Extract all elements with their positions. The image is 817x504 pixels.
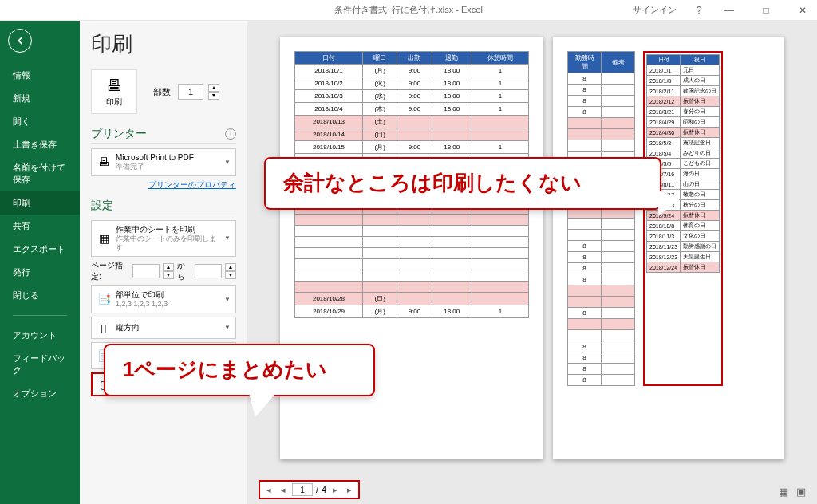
sidebar-footer-1[interactable]: フィードバック <box>0 347 80 382</box>
close-button[interactable]: ✕ <box>788 0 817 21</box>
page-last[interactable]: ▸ <box>344 485 355 495</box>
portrait-icon: ▯ <box>97 321 111 335</box>
zoom-to-page-icon[interactable]: ▣ <box>796 486 806 498</box>
print-button[interactable]: 🖶 印刷 <box>91 69 137 114</box>
printer-icon: 🖶 <box>106 77 122 95</box>
settings-heading: 設定 <box>91 199 236 215</box>
chevron-down-icon: ▼ <box>224 234 231 242</box>
arrow-left-icon <box>14 35 26 46</box>
print-settings-panel: 印刷 🖶 印刷 部数: ▲ ▼ プリンター i <box>80 21 247 504</box>
chevron-down-icon: ▼ <box>224 296 231 303</box>
sidebar-item-3[interactable]: 上書き保存 <box>0 133 80 156</box>
page-title: 印刷 <box>91 30 236 58</box>
page-current-input[interactable] <box>292 483 313 496</box>
signin-link[interactable]: サインイン <box>633 4 677 16</box>
page-first[interactable]: ◂ <box>263 485 274 495</box>
sidebar-footer-2[interactable]: オプション <box>0 382 80 405</box>
sidebar-item-9[interactable]: 閉じる <box>0 284 80 307</box>
page-next[interactable]: ▸ <box>330 485 341 495</box>
page-total: 4 <box>322 485 326 494</box>
holiday-highlight-box: 日付祝日2018/1/1元日2018/1/8成人の日2018/2/11建国記念の… <box>643 51 723 386</box>
print-preview: 日付曜日出勤退勤休憩時間2018/10/1(月)9:0018:0012018/1… <box>247 21 817 504</box>
sidebar-divider <box>13 315 67 316</box>
show-margins-icon[interactable]: ▦ <box>779 486 788 498</box>
backstage-sidebar: 情報新規開く上書き保存名前を付けて保存印刷共有エクスポート発行閉じる アカウント… <box>0 21 80 504</box>
page-range-label: ページ指定: <box>91 260 129 282</box>
printer-properties-link[interactable]: プリンターのプロパティ <box>91 179 236 191</box>
sidebar-item-6[interactable]: 共有 <box>0 215 80 238</box>
printer-heading: プリンター i <box>91 127 236 144</box>
orientation-dropdown[interactable]: ▯ 縦方向 ▼ <box>91 317 236 339</box>
printer-dropdown[interactable]: 🖶 Microsoft Print to PDF 準備完了 ▼ <box>91 148 236 176</box>
collate-dropdown[interactable]: 📑 部単位で印刷 1,2,3 1,2,3 1,2,3 ▼ <box>91 285 236 313</box>
back-button[interactable] <box>8 29 32 53</box>
copies-input[interactable] <box>178 84 203 100</box>
page-prev[interactable]: ◂ <box>278 485 289 495</box>
sidebar-item-8[interactable]: 発行 <box>0 261 80 284</box>
sheet-icon: ▦ <box>97 231 111 246</box>
print-what-dropdown[interactable]: ▦ 作業中のシートを印刷 作業中のシートのみを印刷します ▼ <box>91 220 236 257</box>
sidebar-item-7[interactable]: エクスポート <box>0 238 80 261</box>
help-icon[interactable]: ? <box>691 4 707 16</box>
page-to-input[interactable] <box>195 264 222 278</box>
copies-up[interactable]: ▲ <box>208 84 219 92</box>
sidebar-footer-0[interactable]: アカウント <box>0 324 80 347</box>
annotation-callout-2: 1ページにまとめたい <box>104 344 375 396</box>
chevron-down-icon: ▼ <box>224 324 231 331</box>
titlebar: 条件付き書式_行に色付け.xlsx - Excel サインイン ? — □ ✕ <box>0 0 817 21</box>
collate-icon: 📑 <box>97 292 111 306</box>
sidebar-item-2[interactable]: 開く <box>0 110 80 133</box>
minimize-button[interactable]: — <box>715 0 744 21</box>
copies-label: 部数: <box>153 86 173 98</box>
annotation-callout-1: 余計なところは印刷したくない <box>264 157 661 210</box>
maximize-button[interactable]: □ <box>752 0 780 21</box>
printer-ready-icon: 🖶 <box>97 155 111 169</box>
preview-page-2: 勤務時間備考8888888888888 日付祝日2018/1/1元日2018/1… <box>553 37 784 459</box>
window-title: 条件付き書式_行に色付け.xlsx - Excel <box>334 4 483 16</box>
copies-down[interactable]: ▼ <box>208 92 219 100</box>
page-from-input[interactable] <box>132 264 160 278</box>
sidebar-item-1[interactable]: 新規 <box>0 87 80 110</box>
sidebar-item-4[interactable]: 名前を付けて保存 <box>0 156 80 191</box>
info-icon[interactable]: i <box>225 128 236 140</box>
sidebar-item-0[interactable]: 情報 <box>0 64 80 87</box>
chevron-down-icon: ▼ <box>224 159 231 166</box>
page-navigator: ◂ ◂ / 4 ▸ ▸ <box>259 480 360 499</box>
sidebar-item-5[interactable]: 印刷 <box>0 191 80 215</box>
